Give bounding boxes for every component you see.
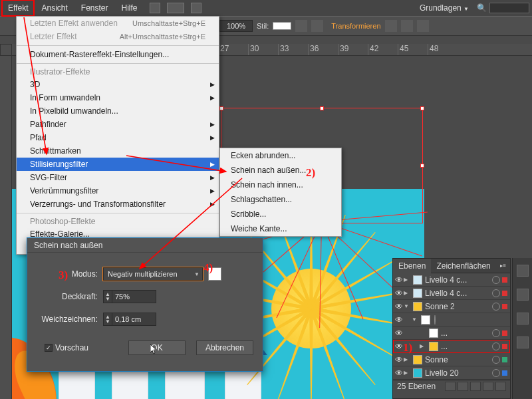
expand-icon[interactable]: ▶ — [404, 277, 410, 283]
expand-icon[interactable]: ▶ — [420, 343, 426, 349]
panel-menu-icon[interactable]: ▸≡ — [496, 263, 510, 269]
visibility-icon[interactable]: 👁 — [394, 302, 404, 311]
submenu-schlagschatten[interactable]: Schlagschatten... — [220, 192, 341, 207]
libraries-icon[interactable] — [517, 336, 529, 348]
target-icon[interactable] — [492, 329, 500, 337]
layer-thumb — [413, 368, 422, 378]
layer-name[interactable] — [433, 315, 507, 325]
layer-row[interactable]: 👁▶Livello 20 — [393, 366, 510, 380]
visibility-icon[interactable]: 👁 — [394, 355, 404, 364]
glow-color-swatch[interactable] — [208, 267, 221, 281]
arrange-icon[interactable] — [167, 3, 184, 13]
expand-icon[interactable]: ▼ — [404, 303, 410, 309]
visibility-icon[interactable]: 👁 — [394, 342, 404, 351]
layer-name[interactable]: Sonne — [425, 355, 491, 364]
layer-row[interactable]: 👁▶... — [393, 340, 510, 353]
layer-row[interactable]: 👁▼Sonne 2 — [393, 300, 510, 313]
tab-zeichenflaechen[interactable]: Zeichenflächen — [431, 259, 495, 273]
more-icon[interactable] — [417, 20, 429, 32]
menu-fenster[interactable]: Fenster — [76, 1, 114, 15]
menu-hilfe[interactable]: Hilfe — [116, 1, 143, 15]
weich-stepper[interactable]: ▲▼ — [103, 313, 112, 326]
layer-row[interactable]: 👁... — [393, 327, 510, 340]
doc-setup-icon[interactable] — [295, 20, 307, 32]
layer-thumb — [413, 275, 422, 285]
menu-item-3d[interactable]: 3D — [17, 78, 219, 91]
cancel-button[interactable]: Abbrechen — [196, 340, 253, 355]
workspace-switcher[interactable]: Grundlagen ▼ — [420, 3, 469, 13]
menu-item-verkruemmung[interactable]: Verkrümmungsfilter — [17, 184, 219, 198]
menu-ansicht[interactable]: Ansicht — [36, 1, 72, 15]
submenu-outer-glow[interactable]: Schein nach außen... — [220, 163, 341, 178]
artboards-icon[interactable] — [517, 289, 529, 301]
layer-name[interactable]: Livello 4 c... — [425, 275, 491, 285]
selection-color — [502, 344, 507, 349]
transform-link[interactable]: Transformieren — [331, 22, 380, 30]
menu-item-pixelbild[interactable]: In Pixelbild umwandeln... — [17, 104, 219, 118]
submenu-inner-glow[interactable]: Schein nach innen... — [220, 178, 341, 192]
clip-mask-icon[interactable] — [458, 382, 468, 391]
zoom-field[interactable]: 100% — [219, 20, 253, 32]
selection-color — [502, 370, 507, 376]
visibility-icon[interactable]: 👁 — [394, 275, 404, 285]
layer-name[interactable]: Sonne 2 — [425, 302, 491, 311]
delete-layer-icon[interactable] — [495, 382, 506, 391]
weich-field[interactable] — [112, 313, 156, 326]
bridge-icon[interactable] — [150, 3, 160, 13]
menu-effekt[interactable]: Effekt — [3, 1, 33, 15]
target-icon[interactable] — [492, 303, 500, 311]
tab-ebenen[interactable]: Ebenen — [393, 259, 431, 273]
menu-item-pfad[interactable]: Pfad — [17, 131, 219, 144]
visibility-icon[interactable]: 👁 — [394, 329, 404, 338]
visibility-icon[interactable]: 👁 — [394, 315, 404, 325]
menu-item-stilisierungsfilter[interactable]: Stilisierungsfilter — [17, 158, 219, 171]
vorschau-checkbox[interactable]: ✓Vorschau — [45, 343, 88, 352]
layer-row[interactable]: 👁▼ — [393, 313, 510, 327]
asset-icon[interactable] — [517, 313, 529, 325]
new-sublayer-icon[interactable] — [470, 382, 481, 391]
visibility-icon[interactable]: 👁 — [394, 368, 404, 378]
target-icon[interactable] — [492, 356, 500, 364]
menu-item-form[interactable]: In Form umwandeln — [17, 91, 219, 104]
target-icon[interactable] — [492, 276, 500, 284]
align-icon[interactable] — [385, 20, 397, 32]
deckkraft-field[interactable] — [112, 290, 156, 303]
layer-name[interactable]: Livello 20 — [425, 368, 491, 378]
new-layer-icon[interactable] — [483, 382, 493, 391]
visibility-icon[interactable]: 👁 — [394, 289, 404, 298]
menu-item-svg[interactable]: SVG-Filter — [17, 171, 219, 184]
submenu-scribble[interactable]: Scribble... — [220, 207, 341, 221]
ruler-vertical[interactable] — [0, 56, 12, 399]
modus-combo[interactable]: Negativ multiplizieren — [103, 267, 203, 281]
target-icon[interactable] — [492, 369, 500, 377]
layer-row[interactable]: 👁▶Sonne — [393, 353, 510, 366]
prefs-icon[interactable] — [311, 20, 323, 32]
menu-item-raster[interactable]: Dokument-Rastereffekt-Einstellungen... — [17, 48, 219, 61]
layer-row[interactable]: 👁▶Livello 4 c... — [393, 273, 510, 287]
locate-layer-icon[interactable] — [445, 382, 456, 391]
layer-name[interactable]: Livello 4 c... — [425, 289, 491, 298]
target-icon[interactable] — [492, 342, 500, 350]
menu-item-verzerrung[interactable]: Verzerrungs- und Transformationsfilter — [17, 198, 219, 211]
menu-item-pathfinder[interactable]: Pathfinder — [17, 118, 219, 131]
submenu-ecken[interactable]: Ecken abrunden... — [220, 148, 341, 163]
target-icon[interactable] — [492, 289, 500, 297]
expand-icon[interactable]: ▶ — [404, 356, 410, 362]
ruler-origin[interactable] — [0, 44, 12, 56]
expand-icon[interactable]: ▶ — [404, 370, 410, 376]
stil-swatch[interactable] — [273, 22, 291, 30]
menu-item-last: Letzter EffektAlt+Umschalttaste+Strg+E — [17, 30, 219, 43]
deckkraft-stepper[interactable]: ▲▼ — [103, 290, 112, 303]
menu-item-schnittmarken[interactable]: Schnittmarken — [17, 144, 219, 158]
layer-row[interactable]: 👁▶Livello 4 c... — [393, 287, 510, 300]
search-input[interactable] — [489, 3, 529, 13]
shape-icon[interactable] — [401, 20, 413, 32]
expand-icon[interactable]: ▼ — [412, 317, 418, 323]
submenu-weiche-kante[interactable]: Weiche Kante... — [220, 221, 341, 236]
layers-icon[interactable] — [517, 265, 529, 277]
target-icon[interactable] — [434, 315, 436, 325]
layer-name[interactable]: ... — [441, 329, 491, 338]
gpu-icon[interactable] — [191, 3, 201, 13]
layer-name[interactable]: ... — [441, 342, 491, 351]
expand-icon[interactable]: ▶ — [404, 290, 410, 296]
